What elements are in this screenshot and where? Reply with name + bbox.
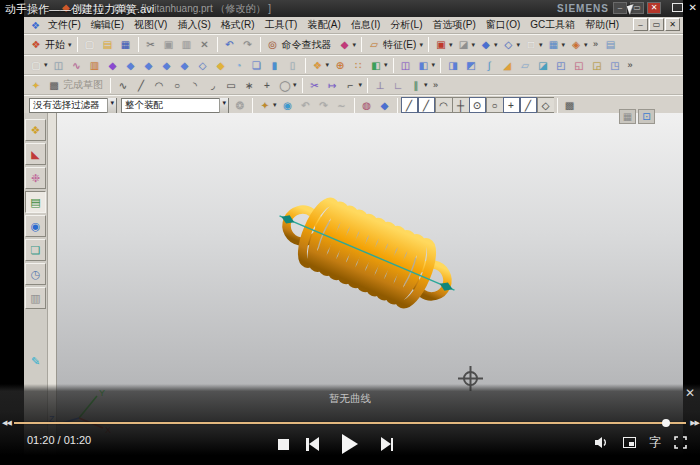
cut-button[interactable]: ✂ [143,37,159,53]
auto-constrain-button[interactable]: ∟ [390,77,406,93]
sweep-button[interactable]: ∫ [481,57,497,73]
hole-button[interactable]: ◆ [123,57,139,73]
menu-analysis[interactable]: 分析(L) [385,17,427,33]
split-body-button[interactable]: ◰ [553,57,569,73]
intersect-button[interactable]: ◩ [463,57,479,73]
edge-blend-button[interactable]: ◔ [231,57,247,73]
layer-settings-button[interactable]: ▤ [603,37,619,53]
command-finder-button[interactable]: ◎命令查找器 [265,37,335,53]
snap-quadrant-toggle[interactable]: ○ [486,97,503,113]
pad-button[interactable]: ◆ [177,57,193,73]
feature-more-button[interactable]: » [625,57,635,73]
selection-filter-combo[interactable]: 没有选择过滤器 [29,98,117,113]
rectangle-button[interactable]: ▭ [223,77,239,93]
subtract-button[interactable]: ◨ [445,57,461,73]
doc-restore-button[interactable]: ▭ [649,18,664,31]
select-frame-button[interactable]: ⊡ [638,109,655,124]
patch-button[interactable]: ◳ [607,57,623,73]
touch-mode-button[interactable]: ◆ [337,37,358,53]
selection-scope-combo[interactable]: 整个装配 [121,98,229,113]
snap-point-on-curve-toggle[interactable]: ╱ [520,97,537,113]
menu-insert[interactable]: 插入(S) [172,17,215,33]
snap-point-on-face-toggle[interactable]: ◇ [537,97,554,113]
doc-minimize-button[interactable]: – [633,18,648,31]
progress-track[interactable] [14,422,686,424]
player-close-top-button[interactable]: ✕ [689,2,697,13]
play-button[interactable] [342,434,358,454]
next-selection-button[interactable]: ↷ [316,97,332,113]
menu-gc-toolbox[interactable]: GC工具箱 [525,17,580,33]
menu-preferences[interactable]: 首选项(P) [427,17,480,33]
stop-button[interactable] [278,439,289,450]
sphere-button[interactable]: ❖ [310,57,331,73]
snap-endpoint-toggle[interactable]: ╱ [401,97,418,113]
new-button[interactable]: ▢ [82,37,98,53]
render-style-button[interactable]: □ [523,37,544,53]
pattern-feature-button[interactable]: ∷ [350,57,366,73]
chamfer-sketch-button[interactable]: ◞ [205,77,221,93]
snap-grid-button[interactable]: ▦ [545,37,566,53]
seek-bar[interactable]: ◀◀ ▶▶ [0,418,700,428]
emboss-button[interactable]: ◇ [195,57,211,73]
menu-format[interactable]: 格式(R) [216,17,260,33]
highlight-button[interactable]: ◉ [280,97,296,113]
fit-window-button[interactable]: ▣ [433,37,454,53]
sketch-in-task-button[interactable]: ✦ [28,77,44,93]
hd3d-tools-tab[interactable]: ◉ [25,215,46,237]
internet-browser-tab[interactable]: ❏ [25,239,46,261]
seek-forward-arrows[interactable]: ▶▶ [690,419,699,427]
show-hide-button[interactable]: ◍ [359,97,375,113]
curve-button[interactable]: ∿ [69,57,85,73]
circle-button[interactable]: ○ [169,77,185,93]
mirror-feature-button[interactable]: ◫ [398,57,414,73]
overlay-close-button[interactable]: ✕ [685,387,695,399]
general-object-filter-button[interactable]: ❂ [232,97,248,113]
save-button[interactable]: ▦ [118,37,134,53]
wireframe-view-button[interactable]: ◇ [500,37,521,53]
blend-button[interactable]: ◆ [213,57,229,73]
snap-point-menu-button[interactable]: ✦ [257,97,278,113]
snap-control-point-toggle[interactable]: ◠ [435,97,452,113]
menu-file[interactable]: 文件(F) [43,17,86,33]
boss-button[interactable]: ◆ [141,57,157,73]
doc-close-button[interactable]: ✕ [665,18,680,31]
previous-button[interactable] [306,437,319,451]
menu-tools[interactable]: 工具(T) [260,17,303,33]
sew-button[interactable]: ◲ [589,57,605,73]
player-restore-button[interactable] [672,3,683,12]
volume-icon[interactable] [594,436,610,449]
next-button[interactable] [381,437,394,451]
paste-button[interactable]: ▥ [179,37,195,53]
revolve-button[interactable]: ◆ [105,57,121,73]
thread-button[interactable]: ▮ [267,57,283,73]
arc-button[interactable]: ◠ [151,77,167,93]
line-button[interactable]: ╱ [133,77,149,93]
geometric-constraints-button[interactable]: ⊥ [372,77,388,93]
shaded-view-button[interactable]: ◆ [478,37,499,53]
menu-information[interactable]: 信息(I) [346,17,385,33]
sketch-more-button[interactable]: » [431,77,441,93]
offset-face-button[interactable]: ▱ [517,57,533,73]
menu-view[interactable]: 视图(V) [129,17,172,33]
sketch-button[interactable]: ▢ [28,57,49,73]
unite-button[interactable]: ◧ [416,57,437,73]
fillet-button[interactable]: ◝ [187,77,203,93]
toolbar-more-button[interactable]: » [591,37,601,53]
solid-filter-button[interactable]: ◆ [377,97,393,113]
redo-button[interactable]: ↷ [240,37,256,53]
delete-button[interactable]: ✕ [197,37,213,53]
seek-back-arrows[interactable]: ◀◀ [2,419,11,427]
datum-plane-button[interactable]: ◫ [51,57,67,73]
start-menu-button[interactable]: ❖开始 [28,37,73,53]
chain-curve-button[interactable]: ∼ [334,97,350,113]
extrude-button[interactable]: ▥ [87,57,103,73]
display-constraints-button[interactable]: ∥ [408,77,429,93]
spring-model[interactable] [268,184,466,322]
constraint-navigator-tab[interactable]: ◣ [25,143,46,165]
snap-settings-button[interactable]: ▩ [562,97,578,113]
roles-tab[interactable]: ✎ [25,350,46,372]
orient-view-button[interactable]: ◪ [455,37,476,53]
snap-existing-point-toggle[interactable]: + [503,97,520,113]
datum-csys-button[interactable]: ⊕ [332,57,348,73]
reuse-library-tab[interactable]: ▤ [25,191,46,213]
